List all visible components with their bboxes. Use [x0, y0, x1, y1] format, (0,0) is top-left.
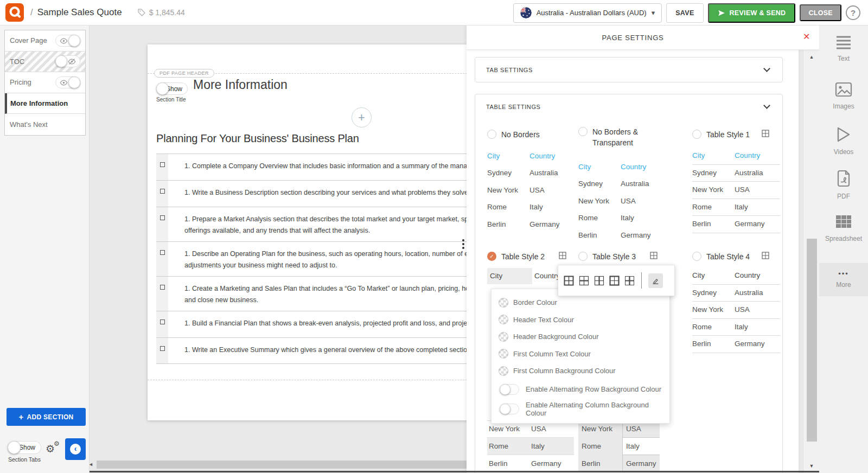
vertical-scrollbar-thumb[interactable] — [807, 239, 817, 442]
checklist-text[interactable]: 1. Write an Executive Summary which give… — [168, 338, 471, 363]
border-preset-first-column-icon[interactable] — [594, 276, 604, 286]
section-title[interactable]: More Information — [193, 78, 288, 92]
border-preset-all-icon[interactable] — [564, 276, 574, 286]
page-title[interactable]: Sample Sales Quote — [37, 7, 122, 18]
sample-table-alt-grid[interactable]: New YorkUSARomeItalyBerlinGermany — [578, 420, 660, 472]
scroll-left-arrow-icon[interactable]: ◄ — [88, 462, 93, 467]
table-style-option-4[interactable]: Table Style 4 — [692, 251, 750, 262]
add-section-button[interactable]: + ADD SECTION — [7, 408, 86, 426]
dropdown-colour-item[interactable]: First Column Text Colour — [492, 346, 669, 363]
checklist-text[interactable]: 1. Build a Financial Plan that shows a b… — [168, 311, 473, 337]
panel-close-icon[interactable]: ✕ — [803, 31, 810, 42]
panel-scrollbar[interactable]: ▲ ▼ — [803, 50, 819, 473]
rail-item-images[interactable]: Images — [819, 82, 868, 110]
settings-gear-icon[interactable]: ⚙⚙ — [46, 441, 62, 457]
checkbox[interactable] — [160, 189, 165, 194]
checklist-text[interactable]: 1. Write a Business Description section … — [168, 181, 470, 207]
block-drag-handle[interactable] — [462, 239, 464, 249]
section-tabs-toggle[interactable]: Show — [8, 441, 41, 454]
border-preset-inner-icon[interactable] — [624, 276, 635, 286]
radio-unchecked[interactable] — [692, 130, 701, 139]
table-style-option-1[interactable]: Table Style 1 — [692, 129, 750, 140]
app-logo-icon[interactable] — [5, 3, 24, 22]
radio-unchecked[interactable] — [487, 130, 496, 139]
table-grid-icon[interactable] — [762, 130, 769, 139]
rail-item-text[interactable]: Text — [819, 35, 868, 62]
radio-unchecked[interactable] — [692, 252, 701, 261]
rail-label: More — [819, 281, 868, 289]
checkbox[interactable] — [160, 346, 165, 351]
rail-item-spreadsheet[interactable]: Spreadsheet — [819, 214, 868, 242]
visibility-toggle[interactable] — [55, 35, 80, 47]
checkbox[interactable] — [160, 215, 165, 220]
table-cell: Germany — [529, 216, 574, 233]
close-button[interactable]: CLOSE — [800, 4, 841, 21]
tab-settings-accordion[interactable]: TAB SETTINGS — [475, 57, 783, 82]
scroll-down-arrow-icon[interactable]: ▼ — [803, 463, 820, 469]
sample-table-no-borders[interactable]: CityCountrySydneyAustraliaNew YorkUSARom… — [487, 148, 574, 233]
sample-table-style-4[interactable]: CityCountrySydneyAustraliaNew YorkUSARom… — [692, 267, 780, 353]
edit-colours-button[interactable] — [648, 273, 663, 288]
sidebar-item-toc[interactable]: TOC — [5, 52, 85, 73]
page-settings-panel: TAB SETTINGS TABLE SETTINGS No Borders N… — [467, 50, 799, 473]
review-send-button[interactable]: REVIEW & SEND — [708, 3, 796, 23]
toggle-off[interactable] — [500, 384, 519, 395]
collapse-sidebar-button[interactable]: ‹ — [65, 438, 86, 460]
rail-item-videos[interactable]: Videos — [819, 126, 868, 156]
add-block-button[interactable]: + — [352, 107, 372, 127]
checklist-text[interactable]: 1. Create a Marketing and Sales Plan tha… — [168, 277, 474, 311]
checklist-text[interactable]: 1. Complete a Company Overview that incl… — [168, 154, 471, 180]
visibility-toggle[interactable] — [55, 55, 80, 67]
dropdown-toggle-item[interactable]: Enable Alternating Column Background Col… — [492, 399, 669, 419]
checkbox[interactable] — [160, 319, 165, 324]
radio-unchecked[interactable] — [578, 127, 588, 136]
checklist-text[interactable]: 1. Describe an Operating Plan for the bu… — [168, 242, 474, 276]
toggle-off[interactable] — [500, 404, 519, 414]
dropdown-colour-item[interactable]: Border Colour — [492, 294, 669, 311]
table-style-option-2-selected[interactable]: ✓ Table Style 2 — [487, 251, 545, 262]
colour-swatch-icon[interactable] — [499, 332, 508, 342]
dropdown-colour-item[interactable]: Header Background Colour — [492, 328, 669, 346]
table-style-option-no-borders[interactable]: No Borders — [487, 129, 540, 140]
dropdown-colour-item[interactable]: Header Text Colour — [492, 311, 669, 329]
colour-swatch-icon[interactable] — [499, 298, 508, 308]
border-preset-outer-icon[interactable] — [609, 276, 620, 286]
rail-item-more[interactable]: ••• More — [819, 263, 868, 296]
sidebar-item-pricing[interactable]: Pricing — [5, 72, 85, 93]
currency-select[interactable]: Australia - Australian Dollars (AUD) ▾ — [513, 3, 662, 23]
dropdown-colour-item[interactable]: First Column Background Colour — [492, 362, 669, 380]
save-button[interactable]: SAVE — [666, 3, 703, 23]
table-grid-icon[interactable] — [559, 252, 566, 261]
table-style-option-no-borders-transparent[interactable]: No Borders & Transparent — [578, 126, 655, 148]
radio-checked[interactable]: ✓ — [487, 252, 496, 261]
chevron-down-icon — [763, 65, 770, 72]
colour-swatch-icon[interactable] — [499, 349, 508, 359]
style-label: No Borders — [501, 129, 540, 140]
table-colour-dropdown: Border ColourHeader Text ColourHeader Ba… — [491, 289, 670, 424]
horizontal-scrollbar-thumb[interactable] — [97, 461, 467, 469]
colour-swatch-icon[interactable] — [499, 366, 508, 376]
help-icon[interactable]: ? — [846, 5, 860, 20]
visibility-toggle[interactable] — [55, 76, 80, 88]
dropdown-toggle-item[interactable]: Enable Alternating Row Background Colour — [492, 380, 669, 399]
checkbox[interactable] — [160, 162, 165, 167]
scroll-up-arrow-icon[interactable]: ▲ — [803, 54, 820, 60]
sidebar-item-whats-next[interactable]: What's Next — [5, 114, 85, 135]
table-grid-icon[interactable] — [650, 252, 658, 261]
table-grid-icon[interactable] — [762, 252, 769, 261]
sidebar-item-cover-page[interactable]: Cover Page — [5, 30, 85, 52]
sample-table-alt-rows[interactable]: New YorkUSARomeItalyBerlinGermany — [487, 420, 574, 472]
radio-unchecked[interactable] — [578, 252, 588, 261]
checkbox[interactable] — [160, 285, 165, 290]
border-preset-header-icon[interactable] — [579, 276, 589, 286]
sample-table-no-borders-transparent[interactable]: CityCountrySydneyAustraliaNew YorkUSARom… — [578, 158, 665, 244]
rail-item-pdf[interactable]: PDF — [819, 170, 868, 200]
section-title-show-toggle[interactable]: Show — [156, 82, 188, 95]
checklist-text[interactable]: 1. Prepare a Market Analysis section tha… — [168, 207, 468, 241]
table-style-option-3[interactable]: Table Style 3 — [578, 251, 636, 262]
document-heading[interactable]: Planning For Your Business' Business Pla… — [156, 132, 359, 145]
checkbox[interactable] — [160, 250, 165, 255]
colour-swatch-icon[interactable] — [499, 315, 508, 324]
sidebar-item-more-information[interactable]: More Information — [5, 93, 85, 114]
sample-table-style-1[interactable]: CityCountrySydneyAustraliaNew YorkUSARom… — [692, 148, 780, 233]
